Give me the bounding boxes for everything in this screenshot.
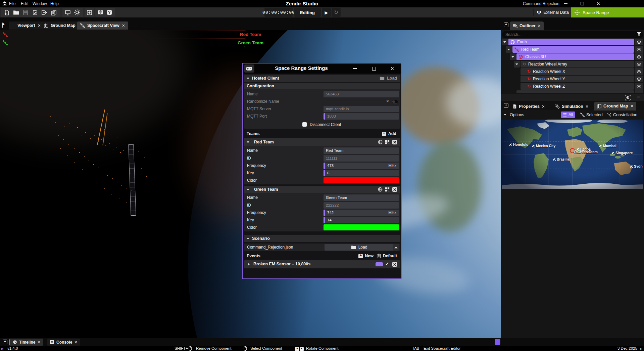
scenario-download-button[interactable] bbox=[393, 244, 399, 251]
green-team-section-header[interactable]: Green Team bbox=[244, 186, 400, 193]
external-data-button[interactable]: External Data bbox=[537, 8, 569, 17]
filter-selected-button[interactable]: Selected bbox=[578, 112, 605, 118]
visibility-toggle[interactable] bbox=[635, 76, 643, 82]
tree-row-earth[interactable]: Earth bbox=[501, 39, 644, 45]
settings-button[interactable] bbox=[73, 8, 81, 16]
visibility-toggle[interactable] bbox=[635, 53, 643, 60]
add-panel-button[interactable] bbox=[85, 8, 93, 16]
visibility-toggle[interactable] bbox=[635, 61, 643, 68]
delete-team-button[interactable] bbox=[392, 140, 397, 144]
hosted-client-header[interactable]: Hosted Client Load bbox=[244, 75, 400, 82]
collapse-toggle[interactable] bbox=[514, 61, 520, 68]
tree-row-reaction-wheel-y[interactable]: Reaction Wheel Y bbox=[501, 76, 644, 82]
tree-row-reaction-wheel-array[interactable]: Reaction Wheel Array bbox=[501, 61, 644, 68]
add-view-icon[interactable] bbox=[2, 23, 3, 28]
team-id-input[interactable]: 222222 bbox=[324, 202, 399, 209]
tree-row-partial[interactable] bbox=[501, 90, 644, 93]
outliner-search-input[interactable] bbox=[502, 31, 643, 38]
tab-spacecraft-view[interactable]: Spacecraft View bbox=[77, 21, 128, 30]
tab-ground-map-panel[interactable]: Ground Map bbox=[594, 102, 636, 111]
close-tab-icon[interactable] bbox=[38, 24, 41, 27]
add-panel-icon[interactable] bbox=[504, 103, 508, 108]
delete-event-button[interactable] bbox=[392, 262, 397, 267]
window-minimize-button[interactable] bbox=[561, 1, 570, 6]
globe-icon[interactable] bbox=[378, 140, 383, 144]
collapse-toggle[interactable] bbox=[510, 53, 516, 60]
team-key-input[interactable]: 6 bbox=[324, 170, 399, 176]
tab-outliner[interactable]: Outliner bbox=[510, 21, 544, 30]
team-name-input[interactable]: Green Team bbox=[324, 194, 399, 201]
add-panel-icon[interactable] bbox=[3, 340, 7, 344]
visibility-toggle[interactable] bbox=[635, 39, 643, 45]
menu-file[interactable]: File bbox=[9, 1, 15, 6]
dialog-title-bar[interactable]: Space Range Settings bbox=[243, 63, 401, 74]
export-button[interactable] bbox=[40, 8, 48, 16]
check-icon[interactable] bbox=[385, 261, 389, 266]
qr-code-icon[interactable] bbox=[385, 140, 390, 144]
ground-map-view[interactable]: Honolulu Mexico City Mumbai Singapore Br… bbox=[502, 120, 643, 189]
close-tab-icon[interactable] bbox=[38, 341, 40, 344]
team-name-input[interactable]: Red Team bbox=[324, 147, 399, 154]
close-tab-icon[interactable] bbox=[542, 105, 545, 108]
disconnect-checkbox[interactable] bbox=[302, 122, 307, 127]
tab-simulation[interactable]: Simulation bbox=[552, 102, 591, 111]
hosted-client-load-button[interactable]: Load bbox=[380, 76, 397, 81]
expand-icon[interactable] bbox=[248, 263, 250, 266]
open-folder-button[interactable] bbox=[12, 8, 20, 16]
reset-button[interactable]: ↻ bbox=[332, 8, 341, 17]
team-color-swatch[interactable] bbox=[324, 224, 399, 230]
tab-properties[interactable]: Properties bbox=[510, 102, 548, 111]
status-expand-icon[interactable]: ▸ bbox=[1, 346, 3, 351]
collapse-icon[interactable] bbox=[504, 114, 506, 116]
name-input[interactable]: 563463 bbox=[324, 91, 399, 97]
menu-edit[interactable]: Edit bbox=[21, 1, 28, 6]
team-frequency-input[interactable]: 742MHz bbox=[324, 210, 399, 216]
save-button[interactable] bbox=[21, 8, 30, 16]
disconnect-client-row[interactable]: Disconnect Client bbox=[244, 121, 400, 129]
filter-all-button[interactable]: All bbox=[561, 112, 575, 118]
new-event-button[interactable]: New bbox=[358, 254, 374, 258]
status-right-arrow[interactable]: ▸ bbox=[640, 346, 642, 351]
qr-code-icon[interactable] bbox=[385, 187, 390, 192]
help-button[interactable] bbox=[105, 8, 113, 16]
menu-window[interactable]: Window bbox=[33, 1, 47, 6]
add-team-button[interactable]: Add bbox=[382, 131, 396, 136]
dialog-close-button[interactable] bbox=[388, 65, 396, 72]
dialog-maximize-button[interactable] bbox=[370, 65, 378, 72]
clear-icon[interactable] bbox=[386, 98, 389, 104]
filter-icon[interactable] bbox=[637, 32, 641, 38]
close-tab-icon[interactable] bbox=[631, 105, 633, 107]
delete-team-button[interactable] bbox=[392, 187, 397, 192]
tab-viewport[interactable]: Viewport bbox=[9, 21, 44, 30]
window-maximize-button[interactable] bbox=[578, 1, 587, 6]
close-tab-icon[interactable] bbox=[75, 341, 77, 344]
close-tab-icon[interactable] bbox=[122, 24, 125, 27]
scenario-header[interactable]: Scenario bbox=[244, 235, 400, 242]
team-frequency-input[interactable]: 473MHz bbox=[324, 163, 399, 169]
documentation-button[interactable] bbox=[97, 8, 105, 16]
play-button[interactable]: ▶ bbox=[322, 8, 331, 17]
duplicate-button[interactable] bbox=[50, 8, 58, 16]
space-range-settings-dialog[interactable]: Space Range Settings Hosted Client Load … bbox=[242, 63, 402, 279]
event-row[interactable]: Broken EM Sensor – 10,800s bbox=[244, 260, 400, 268]
mqtt-server-input[interactable]: mqtt.zendir.io bbox=[324, 106, 399, 112]
focus-gizmo-icon[interactable] bbox=[625, 95, 631, 100]
mqtt-port-input[interactable]: 1883 bbox=[324, 113, 399, 120]
new-file-button[interactable] bbox=[3, 8, 11, 16]
tab-timeline[interactable]: Timeline bbox=[9, 339, 43, 346]
visibility-toggle[interactable] bbox=[635, 46, 643, 53]
edit-file-button[interactable] bbox=[31, 8, 39, 16]
scenario-load-button[interactable]: Load bbox=[325, 244, 394, 251]
filter-constellation-button[interactable]: Constellation bbox=[605, 112, 639, 118]
team-id-input[interactable]: 111111 bbox=[324, 155, 399, 162]
collapse-toggle[interactable] bbox=[506, 46, 512, 53]
tab-console[interactable]: Console bbox=[47, 339, 80, 346]
visibility-toggle[interactable] bbox=[635, 83, 643, 90]
window-close-button[interactable] bbox=[594, 1, 603, 6]
red-team-section-header[interactable]: Red Team bbox=[244, 138, 400, 146]
space-range-button[interactable]: Space Range bbox=[571, 7, 644, 17]
randomize-toggle[interactable] bbox=[392, 100, 398, 103]
timeline-scroll-button[interactable] bbox=[495, 339, 500, 345]
team-key-input[interactable]: 14 bbox=[324, 217, 399, 223]
mode-button[interactable]: Editing bbox=[294, 8, 321, 17]
